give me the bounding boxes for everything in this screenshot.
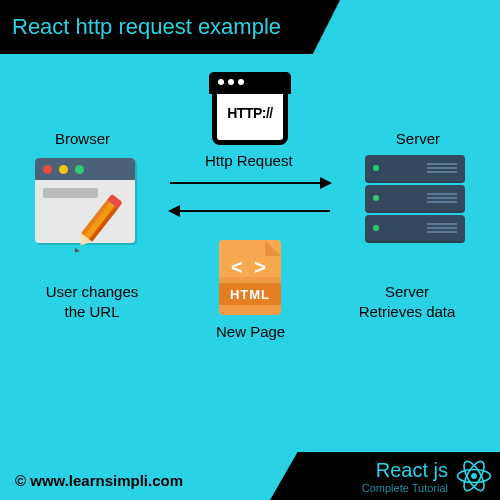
- http-request-label: Http Request: [205, 152, 293, 169]
- newpage-label: New Page: [216, 323, 285, 340]
- arrow-request-icon: [170, 182, 330, 184]
- http-icon: HTTP://: [212, 75, 288, 145]
- window-dot-yellow-icon: [59, 165, 68, 174]
- server-icon: [365, 155, 465, 245]
- http-box-dots: [218, 79, 244, 85]
- footer-brand-title: React js: [362, 459, 448, 482]
- server-label: Server: [396, 130, 440, 147]
- diagram-content: Browser Server HTTP:// Http Request User…: [0, 70, 500, 450]
- arrow-response-icon: [170, 210, 330, 212]
- html-band: HTML: [219, 283, 281, 305]
- browser-titlebar: [35, 158, 135, 180]
- browser-label: Browser: [55, 130, 110, 147]
- window-dot-red-icon: [43, 165, 52, 174]
- svg-point-3: [471, 473, 477, 479]
- header-banner: React http request example: [0, 0, 340, 54]
- footer-copyright: © www.learnsimpli.com: [15, 472, 183, 489]
- page-title: React http request example: [12, 14, 281, 40]
- http-box-text: HTTP://: [212, 105, 288, 121]
- server-rack-layer: [365, 185, 465, 211]
- server-retrieves-label: Server Retrieves data: [352, 282, 462, 321]
- footer-brand: React js Complete Tutorial: [362, 459, 448, 494]
- html-file-icon: < > HTML: [219, 240, 281, 315]
- footer-banner: React js Complete Tutorial: [270, 452, 500, 500]
- html-brackets: < >: [219, 256, 281, 279]
- server-rack-layer: [365, 155, 465, 181]
- html-page: < > HTML: [219, 240, 281, 315]
- footer-brand-subtitle: Complete Tutorial: [362, 482, 448, 494]
- url-change-label: User changes the URL: [42, 282, 142, 321]
- window-dot-green-icon: [75, 165, 84, 174]
- react-logo-icon: [456, 458, 492, 494]
- server-rack-layer: [365, 215, 465, 241]
